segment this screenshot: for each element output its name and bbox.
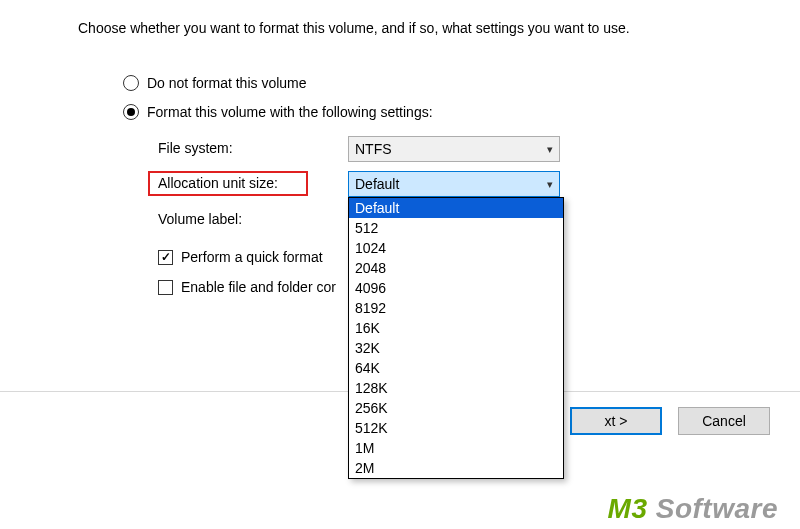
chevron-down-icon: ▾ [541, 143, 553, 156]
alloc-option[interactable]: Default [349, 198, 563, 218]
file-system-value: NTFS [355, 141, 541, 157]
alloc-option[interactable]: 8192 [349, 298, 563, 318]
chevron-down-icon: ▾ [541, 178, 553, 191]
alloc-option[interactable]: 64K [349, 358, 563, 378]
radio-format-with-row[interactable]: Format this volume with the following se… [123, 104, 433, 120]
instruction-text: Choose whether you want to format this v… [78, 20, 630, 36]
enable-compression-label: Enable file and folder cor [181, 279, 336, 295]
alloc-option[interactable]: 512 [349, 218, 563, 238]
watermark-brand: M3 [608, 493, 648, 524]
radio-format-with-label: Format this volume with the following se… [147, 104, 433, 120]
allocation-unit-size-label: Allocation unit size: [158, 175, 278, 191]
alloc-option[interactable]: 2048 [349, 258, 563, 278]
quick-format-checkbox-row[interactable]: Perform a quick format [158, 249, 323, 265]
volume-label-label: Volume label: [158, 211, 242, 227]
alloc-option[interactable]: 32K [349, 338, 563, 358]
allocation-unit-size-value: Default [355, 176, 541, 192]
quick-format-label: Perform a quick format [181, 249, 323, 265]
allocation-unit-size-combo[interactable]: Default ▾ [348, 171, 560, 197]
allocation-unit-size-dropdown[interactable]: Default512102420484096819216K32K64K128K2… [348, 197, 564, 479]
radio-icon [123, 75, 139, 91]
enable-compression-checkbox-row[interactable]: Enable file and folder cor [158, 279, 336, 295]
alloc-option[interactable]: 4096 [349, 278, 563, 298]
radio-icon [123, 104, 139, 120]
alloc-option[interactable]: 2M [349, 458, 563, 478]
next-button[interactable]: xt > [570, 407, 662, 435]
alloc-option[interactable]: 1M [349, 438, 563, 458]
cancel-button[interactable]: Cancel [678, 407, 770, 435]
next-button-label: xt > [605, 413, 628, 429]
alloc-option[interactable]: 128K [349, 378, 563, 398]
radio-no-format-row[interactable]: Do not format this volume [123, 75, 307, 91]
checkbox-icon [158, 280, 173, 295]
alloc-option[interactable]: 16K [349, 318, 563, 338]
watermark-rest: Software [647, 493, 778, 524]
checkbox-icon [158, 250, 173, 265]
alloc-option[interactable]: 1024 [349, 238, 563, 258]
alloc-option[interactable]: 256K [349, 398, 563, 418]
file-system-combo[interactable]: NTFS ▾ [348, 136, 560, 162]
alloc-option[interactable]: 512K [349, 418, 563, 438]
cancel-button-label: Cancel [702, 413, 746, 429]
radio-no-format-label: Do not format this volume [147, 75, 307, 91]
file-system-label: File system: [158, 140, 233, 156]
watermark: M3 Software [608, 493, 778, 525]
